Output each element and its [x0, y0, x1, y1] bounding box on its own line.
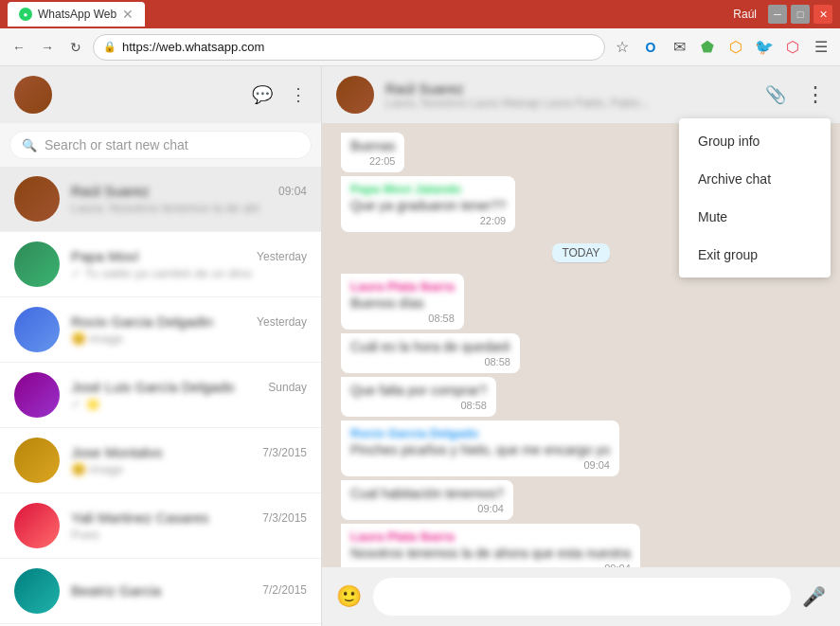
chat-name-row: Jose Montalvo 7/3/2015: [71, 444, 307, 460]
message-sender: Papa Moví Jalando: [350, 182, 506, 196]
message-input[interactable]: [373, 578, 791, 616]
chat-list-item[interactable]: Papa Moví Yesterday ✓ Tu saldo ya cambió…: [0, 232, 321, 297]
search-box[interactable]: 🔍 Search or start new chat: [9, 131, 312, 159]
outlook-icon[interactable]: O: [639, 36, 662, 59]
twitter-icon[interactable]: 🐦: [753, 36, 776, 59]
menu-icon[interactable]: ☰: [810, 36, 832, 59]
dropdown-item-exit-group[interactable]: Exit group: [679, 236, 831, 274]
window-controls: Raúl ─ □ ✕: [733, 5, 832, 24]
chat-list-item[interactable]: Jose Montalvo 7/3/2015 😊 image: [0, 428, 321, 493]
dropdown-item-archive-chat[interactable]: Archive chat: [679, 160, 831, 198]
dropdown-item-group-info[interactable]: Group info: [679, 122, 831, 160]
chat-time: 7/2/2015: [262, 583, 307, 597]
chat-preview: 😊 image: [71, 462, 307, 476]
more-options-chat-icon[interactable]: ⋮: [805, 82, 826, 107]
refresh-button[interactable]: ↻: [64, 36, 87, 59]
chat-time: 7/3/2015: [262, 446, 307, 459]
new-chat-icon[interactable]: 💬: [252, 84, 273, 105]
tab-title: WhatsApp Web: [38, 8, 116, 21]
chat-name-row: Yali Martinez Casares 7/3/2015: [71, 510, 307, 526]
chat-name-row: José Luis García Delgado Sunday: [71, 379, 307, 395]
message-time: 08:58: [350, 400, 487, 411]
chat-time: Sunday: [268, 381, 307, 394]
attachment-icon[interactable]: 📎: [765, 84, 786, 105]
message-bubble: Laura Plata Ibarra Buenos días 08:58: [341, 274, 464, 330]
message-text: Cual habitación tenemos?: [350, 486, 504, 501]
message-sender: Laura Plata Ibarra: [350, 529, 631, 544]
chat-name: Jose Montalvo: [71, 444, 163, 460]
chat-name: José Luis García Delgado: [71, 379, 235, 395]
chat-list-item[interactable]: Raúl Suarez 09:04 Laura: Nosotros tenemo…: [0, 167, 321, 232]
lock-icon: 🔒: [103, 41, 116, 53]
star-icon[interactable]: ☆: [611, 36, 634, 59]
chat-avatar: [14, 568, 60, 614]
message-time: 22:09: [350, 215, 506, 226]
message-sender: Laura Plata Ibarra: [350, 279, 455, 294]
dropdown-item-mute[interactable]: Mute: [679, 198, 831, 236]
ext1-icon[interactable]: ⬟: [696, 36, 719, 59]
close-button[interactable]: ✕: [813, 5, 832, 24]
minimize-button[interactable]: ─: [768, 5, 787, 24]
search-icon: 🔍: [22, 138, 37, 152]
chat-list-item[interactable]: Beatriz Garcia 7/2/2015: [0, 559, 321, 624]
search-placeholder: Search or start new chat: [45, 137, 188, 152]
address-bar: ← → ↻ 🔒 https://web.whatsapp.com ☆ O ✉ ⬟…: [0, 28, 840, 66]
window-user: Raúl: [733, 8, 757, 21]
chat-preview: Laura: Nosotros tenemos la de ahi: [71, 201, 307, 215]
chat-name-row: Rocio Garcia Delgadin Yesterday: [71, 313, 307, 330]
chat-list-item[interactable]: Rocio Garcia Delgadin Yesterday 😊 image: [0, 297, 321, 363]
message-sender: Rocio Garcia Delgado: [350, 426, 610, 440]
sidebar-header-icons: 💬 ⋮: [252, 84, 307, 105]
message-text: Pinches picaños y hielo, que me encargo …: [350, 442, 610, 457]
chat-info: José Luis García Delgado Sunday ✓ 🌟: [71, 379, 307, 411]
message-text: Que ya graduaron tener??: [350, 198, 506, 213]
chat-header-name: Raúl Suarez: [385, 80, 754, 97]
input-area: 🙂 🎤: [322, 567, 840, 626]
chat-name: Beatriz Garcia: [71, 582, 161, 599]
pocket-icon[interactable]: ⬡: [781, 36, 804, 59]
forward-button[interactable]: →: [36, 36, 59, 59]
chat-header-avatar: [336, 76, 374, 114]
mail-icon[interactable]: ✉: [668, 36, 690, 59]
chat-list-item[interactable]: José Luis García Delgado Sunday ✓ 🌟: [0, 363, 321, 428]
chat-list-item[interactable]: Yali Martinez Casares 7/3/2015 Pues: [0, 493, 321, 559]
chat-name-row: Raúl Suarez 09:04: [71, 183, 307, 199]
chat-header-members: Laura, Nosotros Laura Watsap Laura Pablo…: [385, 97, 717, 110]
message-time: 08:58: [350, 313, 455, 324]
message-time: 09:04: [350, 459, 610, 471]
message-bubble: Rocio Garcia Delgado Pinches picaños y h…: [341, 420, 619, 476]
chat-panel: Raúl Suarez Laura, Nosotros Laura Watsap…: [322, 66, 840, 626]
sidebar-header: 💬 ⋮: [0, 66, 321, 123]
chat-time: Yesterday: [257, 315, 307, 329]
tab-close-button[interactable]: ✕: [122, 7, 134, 22]
message-time: 08:58: [350, 356, 510, 367]
message-bubble: Papa Moví Jalando Que ya graduaron tener…: [341, 176, 515, 232]
chat-time: 7/3/2015: [262, 511, 307, 525]
browser-tab[interactable]: ● WhatsApp Web ✕: [8, 2, 145, 27]
emoji-button[interactable]: 🙂: [336, 584, 362, 609]
chat-preview: ✓ 🌟: [71, 397, 307, 411]
mic-button[interactable]: 🎤: [802, 585, 826, 608]
chat-name-row: Beatriz Garcia 7/2/2015: [71, 582, 307, 599]
user-avatar[interactable]: [14, 76, 52, 114]
chat-avatar: [14, 307, 60, 352]
whatsapp-tab-icon: ●: [19, 8, 32, 21]
ext2-icon[interactable]: ⬡: [724, 36, 747, 59]
chat-name: Rocio Garcia Delgadin: [71, 313, 213, 330]
chat-preview: Pues: [71, 528, 307, 542]
chat-name: Raúl Suarez: [71, 183, 150, 199]
back-button[interactable]: ←: [8, 36, 30, 59]
chat-list: Raúl Suarez 09:04 Laura: Nosotros tenemo…: [0, 167, 321, 626]
message-bubble: Cual habitación tenemos? 09:04: [341, 480, 513, 520]
dropdown-menu: Group infoArchive chatMuteExit group: [679, 118, 831, 277]
chat-info: Papa Moví Yesterday ✓ Tu saldo ya cambió…: [71, 248, 307, 280]
message-text: Buenas: [350, 138, 395, 153]
url-bar[interactable]: 🔒 https://web.whatsapp.com: [93, 34, 605, 61]
chat-name: Papa Moví: [71, 248, 139, 264]
message-bubble: Buenas 22:05: [341, 133, 404, 172]
more-options-icon[interactable]: ⋮: [290, 84, 307, 105]
maximize-button[interactable]: □: [791, 5, 810, 24]
chat-info: Jose Montalvo 7/3/2015 😊 image: [71, 444, 307, 476]
chat-header: Raúl Suarez Laura, Nosotros Laura Watsap…: [322, 66, 840, 123]
chat-info: Beatriz Garcia 7/2/2015: [71, 582, 307, 600]
